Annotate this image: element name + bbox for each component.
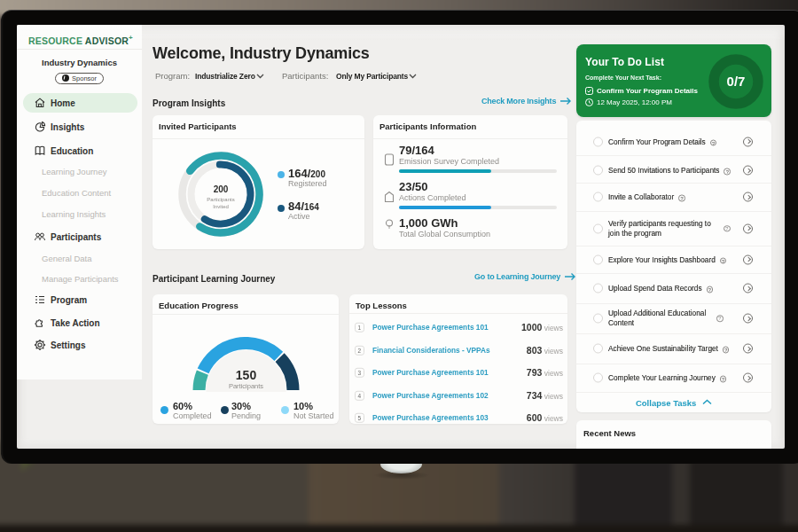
svg-text:Invited: Invited (213, 204, 229, 209)
svg-text:150: 150 (236, 368, 257, 382)
svg-text:0/7: 0/7 (727, 74, 746, 89)
svg-text:Participants: Participants (207, 197, 234, 202)
svg-text:Participants: Participants (229, 382, 263, 390)
svg-text:200: 200 (214, 184, 229, 194)
